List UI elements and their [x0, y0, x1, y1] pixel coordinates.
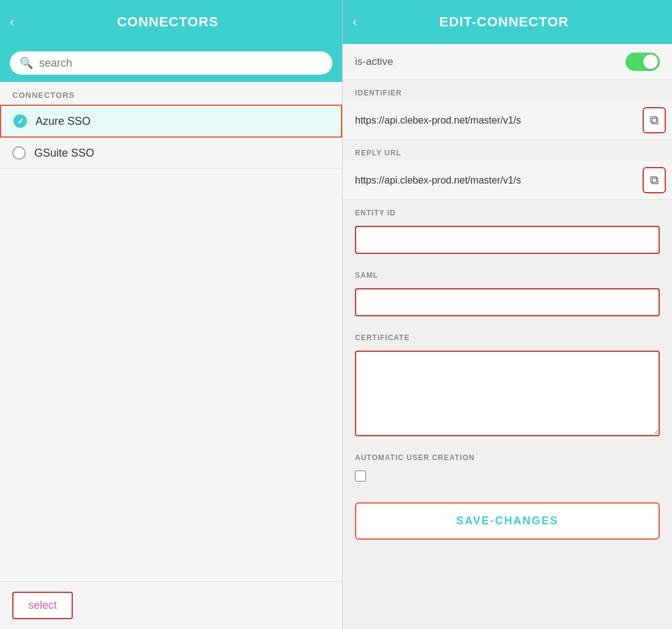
identifier-copy-button[interactable]: ⧉ — [643, 107, 666, 133]
identifier-label: IDENTIFIER — [343, 80, 672, 101]
connector-label-azure: Azure SSO — [35, 115, 91, 128]
right-content: is-active IDENTIFIER https://api.clebex-… — [343, 44, 672, 629]
connector-item-gsuite-sso[interactable]: GSuite SSO — [0, 138, 342, 169]
radio-check-azure — [13, 114, 27, 128]
left-title: CONNECTORS — [21, 14, 314, 30]
identifier-value: https://api.clebex-prod.net/master/v1/s — [355, 115, 638, 126]
is-active-label: is-active — [355, 56, 393, 68]
entity-id-label: ENTITY ID — [343, 200, 672, 221]
right-header: ‹ EDIT-CONNECTOR — [343, 0, 672, 44]
left-back-arrow[interactable]: ‹ — [10, 14, 14, 30]
left-panel: ‹ CONNECTORS 🔍 CONNECTORS Azure SSO GSui… — [0, 0, 343, 629]
search-icon: 🔍 — [20, 56, 33, 70]
reply-url-row: https://api.clebex-prod.net/master/v1/s … — [343, 161, 672, 200]
reply-url-label: REPLY URL — [343, 140, 672, 161]
connector-item-azure-sso[interactable]: Azure SSO — [0, 105, 342, 138]
left-header: ‹ CONNECTORS — [0, 0, 342, 44]
identifier-copy-icon: ⧉ — [650, 113, 659, 127]
is-active-toggle[interactable] — [625, 53, 660, 71]
save-changes-button[interactable]: SAVE-CHANGES — [355, 502, 660, 540]
search-input-wrap: 🔍 — [10, 51, 332, 75]
saml-label: SAML — [343, 262, 672, 283]
left-footer: select — [0, 581, 342, 629]
save-btn-wrap: SAVE-CHANGES — [343, 490, 672, 552]
connectors-section-label: CONNECTORS — [0, 82, 342, 105]
select-button[interactable]: select — [12, 592, 73, 619]
connector-label-gsuite: GSuite SSO — [34, 147, 94, 160]
right-panel: ‹ EDIT-CONNECTOR is-active IDENTIFIER ht… — [343, 0, 672, 629]
reply-url-copy-icon: ⧉ — [650, 173, 659, 187]
search-bar: 🔍 — [0, 44, 342, 82]
auto-user-creation-checkbox[interactable] — [355, 471, 366, 482]
reply-url-value: https://api.clebex-prod.net/master/v1/s — [355, 175, 638, 186]
right-title: EDIT-CONNECTOR — [364, 14, 644, 30]
certificate-textarea[interactable] — [355, 351, 660, 436]
identifier-row: https://api.clebex-prod.net/master/v1/s … — [343, 101, 672, 140]
search-input[interactable] — [39, 57, 323, 70]
connectors-section: CONNECTORS Azure SSO GSuite SSO — [0, 82, 342, 581]
certificate-label: CERTIFICATE — [343, 325, 672, 346]
reply-url-copy-button[interactable]: ⧉ — [643, 167, 666, 193]
is-active-row: is-active — [343, 44, 672, 80]
right-back-arrow[interactable]: ‹ — [353, 14, 357, 30]
entity-id-input[interactable] — [355, 226, 660, 254]
auto-user-creation-label: AUTOMATIC USER CREATION — [343, 445, 672, 466]
radio-check-gsuite — [12, 146, 26, 160]
auto-user-creation-row — [343, 466, 672, 490]
saml-input[interactable] — [355, 288, 660, 316]
